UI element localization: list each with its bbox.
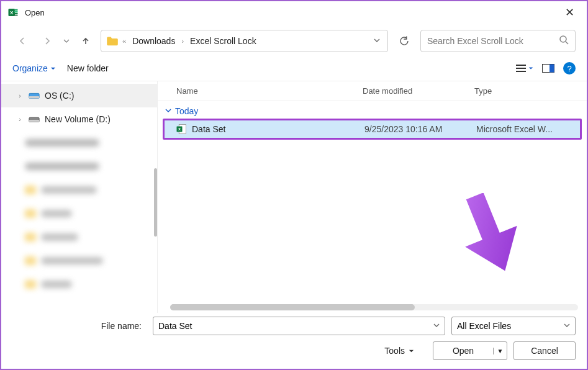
filter-value: All Excel Files [457,321,511,331]
search-icon [559,35,569,47]
drive-os-c[interactable]: › OS (C:) [1,84,157,107]
nav-tree: › OS (C:) › New Volume (D:) [1,81,158,313]
svg-rect-3 [14,11,17,12]
svg-rect-2 [14,9,17,11]
view-options-button[interactable] [515,64,533,73]
open-dialog: X Open ✕ « Downloads › Excel Scroll Lock… [0,0,588,370]
file-row-data-set[interactable]: X Data Set 9/25/2023 10:16 AM Microsoft … [163,119,582,140]
collapse-chevron-icon [165,107,171,115]
tools-label: Tools [384,346,405,356]
column-headers: Name Date modified Type [158,81,587,101]
blurred-item [1,273,157,296]
group-label: Today [175,106,198,116]
search-box[interactable] [420,30,576,52]
svg-rect-12 [29,120,39,122]
excel-file-icon: X [176,124,187,135]
back-button[interactable] [12,31,32,51]
drive-label: New Volume (D:) [45,114,111,124]
preview-pane-button[interactable] [542,64,554,73]
breadcrumb-separator: › [181,37,184,45]
svg-text:X: X [178,127,181,131]
chevron-down-icon[interactable] [433,322,440,330]
breadcrumb-prefix: « [122,37,126,45]
drive-label: OS (C:) [45,91,74,101]
file-type: Microsoft Excel W... [476,124,580,134]
blurred-item [1,178,157,202]
blurred-item [1,202,157,225]
drive-icon [29,115,40,124]
horizontal-scrollbar[interactable] [170,304,578,310]
blurred-item [1,155,157,178]
excel-app-icon: X [7,7,19,18]
file-date: 9/25/2023 10:16 AM [364,124,476,134]
organize-label: Organize [12,63,48,73]
svg-rect-4 [14,13,17,14]
sidebar-scrollbar[interactable] [154,168,157,237]
column-header-type[interactable]: Type [474,86,587,96]
open-button[interactable]: Open ▼ [433,341,507,360]
drive-new-volume-d[interactable]: › New Volume (D:) [1,107,157,131]
window-title: Open [25,8,45,17]
cancel-button[interactable]: Cancel [513,341,576,360]
scrollbar-thumb[interactable] [170,304,415,310]
nav-bar: « Downloads › Excel Scroll Lock [1,24,587,57]
address-bar[interactable]: « Downloads › Excel Scroll Lock [101,30,388,52]
svg-text:X: X [10,10,13,16]
breadcrumb-parent[interactable]: Downloads [130,35,178,47]
svg-point-6 [560,36,566,42]
expand-chevron-icon[interactable]: › [16,92,24,99]
svg-rect-10 [29,96,39,99]
file-list-panel: Name Date modified Type Today X Data Set… [158,81,587,313]
title-bar: X Open ✕ [1,1,587,24]
refresh-button[interactable] [393,30,415,52]
command-bar: Organize New folder ? [1,57,587,81]
help-button[interactable]: ? [563,62,576,74]
tools-menu[interactable]: Tools [384,346,414,356]
filename-label: File name: [12,321,147,331]
blurred-item [1,225,157,249]
search-input[interactable] [427,36,554,46]
chevron-down-icon[interactable] [564,322,570,330]
expand-chevron-icon[interactable]: › [16,116,24,123]
new-folder-button[interactable]: New folder [67,63,109,73]
close-button[interactable]: ✕ [559,3,581,22]
organize-menu[interactable]: Organize [12,63,56,73]
column-header-date[interactable]: Date modified [363,86,474,96]
column-header-name[interactable]: Name [158,86,363,96]
filename-combobox[interactable]: Data Set [153,317,445,335]
dialog-footer: File name: Data Set All Excel Files Tool… [1,313,587,369]
svg-rect-8 [550,65,554,73]
filename-value: Data Set [158,321,192,331]
breadcrumb-current[interactable]: Excel Scroll Lock [188,35,259,47]
dialog-body: › OS (C:) › New Volume (D:) Name Date mo… [1,81,587,313]
forward-button[interactable] [37,31,57,51]
blurred-item [1,131,157,155]
blurred-item [1,249,157,273]
file-type-filter[interactable]: All Excel Files [451,317,576,335]
recent-locations-chevron[interactable] [62,31,71,51]
folder-icon [106,36,119,46]
address-dropdown-chevron[interactable] [371,35,382,47]
svg-rect-5 [14,15,17,16]
file-name: Data Set [192,124,225,134]
drive-icon [29,91,40,100]
up-button[interactable] [76,31,96,51]
group-header-today[interactable]: Today [158,101,587,119]
open-label: Open [433,346,493,356]
open-split-chevron[interactable]: ▼ [493,348,507,354]
